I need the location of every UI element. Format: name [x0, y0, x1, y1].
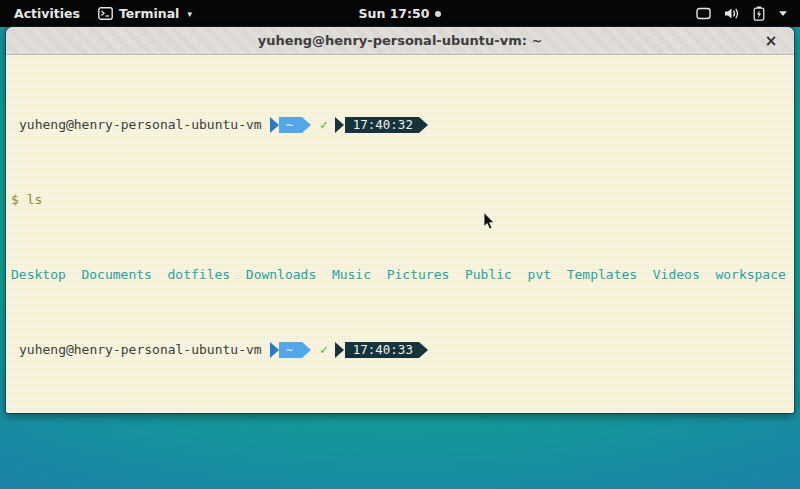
powerline-arrow-icon — [419, 117, 428, 133]
powerline-arrow-icon — [335, 117, 344, 133]
screencast-icon — [696, 7, 711, 20]
prompt-path-segment: ~ — [262, 342, 311, 357]
app-menu-terminal[interactable]: Terminal ▾ — [98, 6, 192, 21]
prompt-user-host: yuheng@henry-personal-ubuntu-vm — [11, 117, 262, 132]
prompt-line: yuheng@henry-personal-ubuntu-vm ~ ✓ 17:4… — [11, 117, 789, 132]
app-menu-label: Terminal — [119, 6, 179, 21]
window-title: yuheng@henry-personal-ubuntu-vm: ~ — [258, 33, 543, 48]
app-menu-caret: ▾ — [187, 9, 192, 19]
prompt-time-segment: 17:40:32 — [335, 117, 428, 132]
prompt-path: ~ — [279, 117, 302, 133]
top-bar: Sun 17:50 Activities Terminal ▾ — [0, 0, 800, 27]
system-tray[interactable] — [696, 6, 800, 21]
prompt-time: 17:40:33 — [345, 342, 419, 358]
prompt-path-segment: ~ — [262, 117, 311, 132]
powerline-arrow-icon — [270, 117, 279, 133]
prompt-user-host: yuheng@henry-personal-ubuntu-vm — [11, 342, 262, 357]
window-titlebar[interactable]: yuheng@henry-personal-ubuntu-vm: ~ × — [6, 27, 794, 55]
command-text: ls — [27, 192, 43, 207]
prompt-time: 17:40:32 — [345, 117, 419, 133]
status-ok-icon: ✓ — [320, 117, 328, 132]
prompt-path: ~ — [279, 342, 302, 358]
prompt-dollar: $ — [11, 192, 19, 207]
powerline-arrow-icon — [419, 342, 428, 358]
command-line: $ ls — [11, 192, 789, 207]
prompt-time-segment: 17:40:33 — [335, 342, 428, 357]
powerline-arrow-icon — [302, 342, 311, 358]
activities-button[interactable]: Activities — [10, 4, 84, 23]
status-ok-icon: ✓ — [320, 342, 328, 357]
volume-icon — [724, 7, 740, 20]
close-button[interactable]: × — [760, 27, 782, 55]
chevron-down-icon — [778, 10, 788, 17]
powerline-arrow-icon — [270, 342, 279, 358]
powerline-arrow-icon — [335, 342, 344, 358]
mouse-cursor-icon — [483, 212, 495, 230]
battery-charging-icon — [753, 6, 765, 21]
powerline-arrow-icon — [302, 117, 311, 133]
prompt-line: yuheng@henry-personal-ubuntu-vm ~ ✓ 17:4… — [11, 342, 789, 357]
ls-output: Desktop Documents dotfiles Downloads Mus… — [11, 267, 789, 282]
terminal-content[interactable]: yuheng@henry-personal-ubuntu-vm ~ ✓ 17:4… — [6, 55, 794, 412]
terminal-app-icon — [98, 7, 113, 20]
terminal-window: yuheng@henry-personal-ubuntu-vm: ~ × yuh… — [6, 27, 794, 413]
